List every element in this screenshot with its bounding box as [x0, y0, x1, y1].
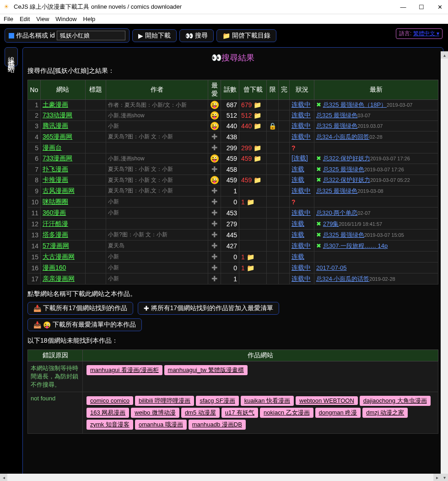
site-link[interactable]: 733动漫网 [43, 111, 72, 119]
latest-link[interactable]: 总325 最强绿色（18P） [323, 101, 387, 108]
menu-file[interactable]: File [4, 16, 13, 22]
add-fav-icon[interactable]: ✚ [211, 275, 217, 283]
status-link[interactable]: 连载中 [291, 187, 311, 194]
site-link[interactable]: 亲亲漫画网 [43, 275, 75, 282]
add-fav-icon[interactable]: ✚ [211, 165, 217, 173]
site-link[interactable]: 扑飞漫画 [43, 165, 68, 173]
scroll-left-icon[interactable]: ◂ [0, 474, 7, 481]
site-pill[interactable]: dajiaochong 大角虫漫画 [360, 396, 431, 406]
favorite-icon[interactable]: 😜 [211, 154, 219, 163]
latest-link[interactable]: 2017-07-05 [316, 264, 347, 271]
site-pill[interactable]: manhuagui_tw 繁體版漫畫櫃 [164, 365, 248, 375]
latest-link[interactable]: 279集 [323, 220, 339, 227]
scroll-down-icon[interactable]: ▾ [441, 474, 448, 481]
status-link[interactable]: [连载] [291, 154, 308, 162]
site-pill[interactable]: comico comico [86, 396, 133, 405]
maximize-button[interactable]: ☐ [417, 4, 426, 11]
add-fav-icon[interactable]: ✚ [211, 264, 217, 272]
add-fav-icon[interactable]: ✚ [211, 220, 217, 228]
menu-edit[interactable]: Edit [20, 16, 30, 22]
site-link[interactable]: 塔多漫画 [43, 231, 68, 238]
search-input[interactable] [57, 31, 125, 40]
site-pill[interactable]: weibo 微博动漫 [131, 408, 179, 418]
latest-link[interactable]: 总320·两个单恋 [316, 209, 357, 216]
site-pill[interactable]: bilibili 哔哩哔哩漫画 [135, 396, 194, 406]
close-button[interactable]: ✕ [435, 4, 444, 11]
folder-icon[interactable]: 📁 [247, 198, 254, 206]
download-fav-button[interactable]: 📥 😜 下載所有最愛清單中的本作品 [27, 318, 142, 331]
folder-icon[interactable]: 📁 [254, 112, 261, 119]
site-link[interactable]: 汗汗酷漫 [43, 220, 68, 227]
open-dir-button[interactable]: 📁開啓下載目錄 [216, 29, 276, 42]
site-link[interactable]: 733漫画网 [43, 154, 72, 162]
site-pill[interactable]: webtoon WEBTOON [296, 396, 358, 405]
latest-link[interactable]: 总325 最强绿色 [323, 166, 364, 173]
download-all-button[interactable]: 📥 下載所有17個網站找到的作品 [27, 302, 133, 315]
horizontal-scrollbar[interactable]: ◂ ▸ [0, 474, 441, 481]
latest-link[interactable]: 总325 最强绿色 [316, 187, 357, 194]
add-all-fav-button[interactable]: ✚ 將所有17個網站找到的作品皆加入最愛清單 [138, 302, 280, 315]
site-pill[interactable]: dm5 动漫屋 [181, 408, 220, 418]
latest-link[interactable]: 总325 最强绿色 [323, 231, 364, 238]
latest-link[interactable]: 总324·小面瓜的回答 [316, 133, 369, 140]
site-link[interactable]: 卡推漫画 [43, 176, 68, 183]
favorite-icon[interactable]: 😜 [211, 111, 219, 120]
menu-view[interactable]: View [36, 16, 49, 22]
sidebar-sites[interactable]: 線上作品網站 [5, 47, 18, 66]
status-link[interactable]: 连载中 [291, 275, 311, 282]
folder-icon[interactable]: 📁 [247, 264, 254, 272]
latest-link[interactable]: 总307·一段旅程…… 14p [323, 242, 388, 249]
add-fav-icon[interactable]: ✚ [211, 198, 217, 206]
search-button[interactable]: 👀搜尋 [179, 29, 214, 42]
scroll-up-icon[interactable]: ▴ [441, 51, 448, 59]
status-link[interactable]: 连载 [291, 220, 304, 227]
site-link[interactable]: 腾讯漫画 [43, 122, 68, 129]
site-pill[interactable]: kuaikan 快看漫画 [241, 396, 294, 406]
add-fav-icon[interactable]: ✚ [211, 231, 217, 239]
site-pill[interactable]: nokiacn 乙女漫画 [260, 408, 313, 418]
add-fav-icon[interactable]: ✚ [211, 253, 217, 261]
site-link[interactable]: 57漫画网 [43, 242, 69, 249]
vertical-scrollbar[interactable]: ▴ ▾ [441, 51, 448, 481]
add-fav-icon[interactable]: ✚ [211, 242, 217, 250]
latest-link[interactable]: 总325 最强绿色 [316, 112, 357, 119]
folder-icon[interactable]: 📁 [254, 144, 261, 152]
favorite-icon[interactable]: 😜 [211, 176, 219, 184]
folder-icon[interactable]: 📁 [247, 253, 254, 261]
site-link[interactable]: 古风漫画网 [43, 187, 75, 194]
latest-link[interactable]: 总325 最强绿色 [316, 122, 357, 129]
status-link[interactable]: 连载 [291, 253, 304, 260]
site-pill[interactable]: dongman 咚漫 [315, 408, 361, 418]
add-fav-icon[interactable]: ✚ [211, 209, 217, 217]
site-pill[interactable]: dmzj 动漫之家 [362, 408, 408, 418]
add-fav-icon[interactable]: ✚ [211, 144, 217, 152]
status-link[interactable]: 连载中 [291, 242, 311, 249]
status-link[interactable]: 连载中 [291, 101, 311, 108]
site-link[interactable]: 大古漫画网 [43, 253, 75, 260]
folder-icon[interactable]: 📁 [254, 176, 261, 184]
start-download-button[interactable]: ▶開始下載 [132, 29, 177, 42]
site-link[interactable]: 360漫画 [43, 209, 66, 216]
status-link[interactable]: 连载中 [291, 111, 311, 119]
folder-icon[interactable]: 📁 [254, 155, 261, 162]
status-link[interactable]: 连载中 [291, 209, 311, 216]
latest-link[interactable]: 总322·保护好妖力 [323, 155, 370, 162]
favorite-icon[interactable]: 😜 [211, 101, 219, 109]
site-pill[interactable]: u17 有妖气 [221, 408, 258, 418]
scroll-right-icon[interactable]: ▸ [433, 474, 441, 481]
site-link[interactable]: 365漫画网 [43, 133, 72, 140]
add-fav-icon[interactable]: ✚ [211, 187, 217, 195]
site-pill[interactable]: zymk 知音漫客 [86, 420, 133, 430]
site-pill[interactable]: manhuagui 看漫画/漫画柜 [86, 365, 162, 375]
site-pill[interactable]: manhuadb 漫画DB [189, 420, 246, 430]
site-link[interactable]: 咪咕圈圈 [43, 198, 68, 205]
latest-link[interactable]: 总322·保护好妖力 [323, 176, 370, 183]
site-link[interactable]: 漫画台 [43, 144, 62, 151]
latest-link[interactable]: 总324·小面瓜的话答 [316, 275, 369, 282]
status-link[interactable]: 连载中 [291, 122, 311, 129]
folder-icon[interactable]: 📁 [254, 122, 261, 130]
add-fav-icon[interactable]: ✚ [211, 133, 217, 141]
lang-value[interactable]: 繁體中文 ▾ [413, 30, 439, 37]
status-link[interactable]: 连载中 [291, 133, 311, 140]
status-link[interactable]: 连载 [291, 231, 304, 238]
